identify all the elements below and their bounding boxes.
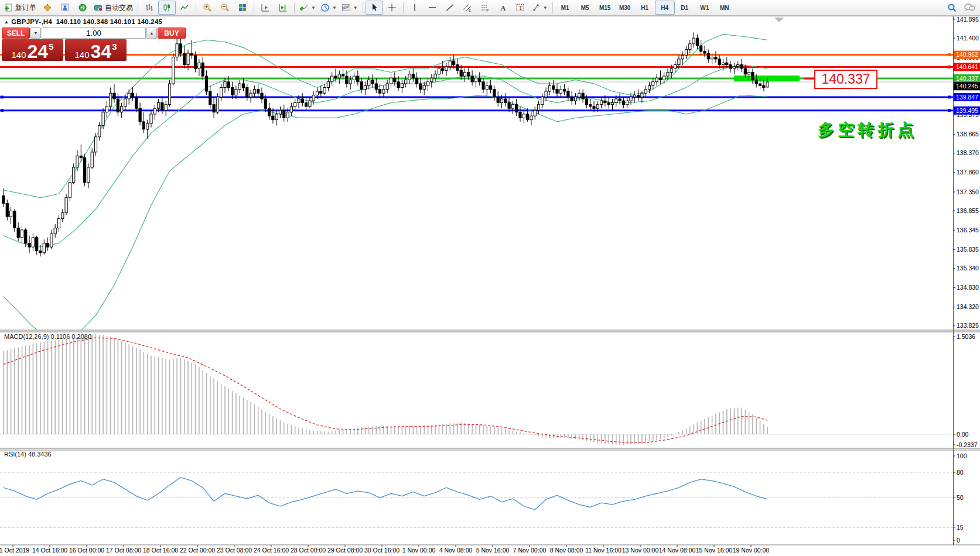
arrows-icon [531,3,541,12]
price-tick-label: 136.345 [957,226,979,234]
svg-text:139.847: 139.847 [956,94,978,101]
timeframe-button-M30[interactable]: M30 [615,1,635,15]
dropdown-caret: ▼ [543,5,548,11]
time-tick-label: 14 Nov 08:00 [659,547,696,554]
time-tick-label: 4 Nov 08:00 [439,547,473,554]
zoom-in-button[interactable] [199,1,216,15]
new-order-button[interactable]: 新订单 [2,1,39,15]
editor-button[interactable] [39,1,56,15]
timeframe-button-M1[interactable]: M1 [555,1,575,15]
horizontal-line-icon [428,3,437,12]
price-axis[interactable]: 141.895141.400140.890139.375138.865138.3… [953,16,980,544]
vertical-line-icon [410,3,419,12]
templates-icon [342,3,351,12]
chart-shift-button[interactable] [274,1,292,15]
svg-text:140.245: 140.245 [956,83,978,90]
toolbar-separator [552,2,553,13]
timeframe-button-D1[interactable]: D1 [675,1,695,15]
label-tool-button[interactable]: T [511,1,529,15]
price-tick-label: 137.350 [957,188,979,195]
hline-handle[interactable] [948,109,951,112]
macd-indicator-label: MACD(12,26,9) 0.1106 0.2080 [4,333,91,340]
timeframe-button-H4[interactable]: H4 [655,1,675,15]
chat-button[interactable] [961,1,978,15]
sell-button[interactable]: SELL [2,28,30,39]
arrows-tool-button[interactable]: ▼ [529,1,550,15]
toolbar-separator [196,2,196,13]
text-tool-button[interactable]: A [494,1,511,15]
tile-windows-icon [238,3,247,12]
timeframe-button-H1[interactable]: H1 [635,1,655,15]
vertical-line-tool-button[interactable] [406,1,424,15]
market-watch-button[interactable] [56,1,74,15]
rsi-panel [0,472,953,527]
timeframe-button-M15[interactable]: M15 [595,1,615,15]
hline-handle[interactable] [948,95,951,98]
time-tick-label: 17 Oct 08:00 [106,547,141,554]
time-tick-label: 7 Nov 00:00 [513,547,547,554]
collapse-icon[interactable]: ▲ [4,19,9,25]
cursor-icon [370,3,379,12]
bar-chart-icon [145,3,154,12]
time-tick-label: 13 Nov 00:00 [622,547,659,554]
fibonacci-tool-button[interactable]: F [476,1,494,15]
signals-button[interactable] [74,1,91,15]
macd-panel [0,334,953,445]
time-tick-label: 28 Oct 00:00 [291,547,326,554]
auto-scroll-button[interactable] [257,1,274,15]
sell-price-display[interactable]: 140245 [2,39,63,61]
channel-tool-button[interactable]: E [459,1,476,15]
periods-button[interactable]: ▼ [318,1,339,15]
hline-handle[interactable] [1,95,4,98]
timeframe-button-M5[interactable]: M5 [575,1,595,15]
periods-icon [320,3,330,12]
price-tick-label: 136.855 [957,207,979,214]
crosshair-tool-button[interactable] [383,1,401,15]
price-line-label: 139.495 [954,107,980,115]
market-watch-icon [60,3,70,12]
buy-price-display[interactable]: 140343 [65,39,127,61]
templates-button[interactable]: ▼ [339,1,360,15]
search-button[interactable] [943,1,961,15]
hline-handle[interactable] [1,109,4,112]
main-toolbar: 新订单 自动交易 ▼ ▼ [0,0,980,16]
tile-windows-button[interactable] [234,1,251,15]
bar-chart-button[interactable] [141,1,158,15]
cursor-tool-button[interactable] [366,1,383,15]
timeframe-button-W1[interactable]: W1 [695,1,715,15]
macd-axis-label: -0.2337 [957,441,978,448]
price-line-label: 140.962 [954,51,980,59]
indicators-button[interactable]: ▼ [297,1,318,15]
autotrading-button[interactable]: 自动交易 [91,1,135,15]
price-callout-box[interactable]: 140.337 [814,70,877,89]
rsi-axis-label: 80 [957,469,964,476]
line-chart-button[interactable] [176,1,193,15]
volume-increase-button[interactable]: ▲ [146,28,157,39]
price-line-label: 140.641 [954,63,980,71]
rsi-axis-label: 50 [957,494,964,501]
time-axis[interactable]: 11 Oct 201914 Oct 16:0016 Oct 00:0017 Oc… [0,545,769,554]
macd-axis-label: 0.00 [957,431,969,438]
chat-icon [964,3,975,12]
hline-handle[interactable] [948,66,951,68]
candlestick-chart-button[interactable] [158,1,176,15]
zoom-out-button[interactable] [216,1,234,15]
autotrading-icon [94,3,103,12]
timeframe-button-MN[interactable]: MN [715,1,735,15]
buy-button[interactable]: BUY [158,28,186,39]
svg-text:A: A [500,4,506,12]
highlight-segment[interactable] [734,75,800,81]
volume-decrease-button[interactable]: ▼ [30,28,41,39]
candlestick-chart-icon [162,3,172,12]
time-tick-label: 23 Oct 08:00 [217,547,252,554]
volume-input[interactable] [42,28,146,39]
chart-shift-marker[interactable] [774,18,784,22]
ohlc-values: 140.110 140.348 140.101 140.245 [56,18,162,25]
sell-price-sup: 5 [49,42,53,52]
hline-handle[interactable] [948,53,951,56]
trendline-icon [445,3,455,12]
turning-point-annotation[interactable]: 多空转折点 [818,119,917,141]
search-icon [947,3,957,13]
trendline-tool-button[interactable] [441,1,459,15]
horizontal-line-tool-button[interactable] [424,1,441,15]
